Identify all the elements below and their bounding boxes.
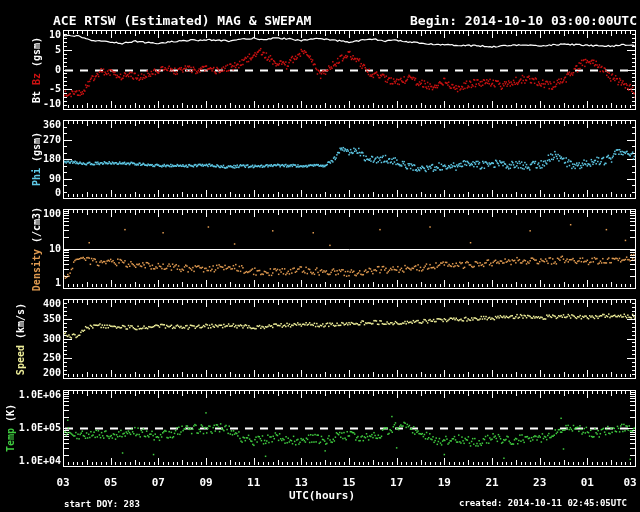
x-tick-label: 13 bbox=[295, 476, 308, 489]
y-tick-label: 400 bbox=[43, 298, 61, 309]
y-tick-label: 300 bbox=[43, 333, 61, 344]
x-tick-label: 07 bbox=[152, 476, 165, 489]
ylabel-part: Speed bbox=[15, 345, 26, 375]
ylabel-mag: Bt Bz (gsm) bbox=[31, 36, 42, 102]
plot-canvas bbox=[0, 0, 640, 512]
ylabel-part: (gsm) bbox=[31, 132, 42, 168]
ylabel-part: Bt bbox=[31, 85, 42, 103]
x-tick-label: 05 bbox=[104, 476, 117, 489]
y-tick-label: 180 bbox=[43, 153, 61, 164]
footer-start-doy: start DOY: 283 bbox=[64, 499, 140, 509]
ylabel-part: (gsm) bbox=[31, 36, 42, 72]
x-tick-label: 23 bbox=[533, 476, 546, 489]
ylabel-part: Phi bbox=[31, 168, 42, 186]
footer-created: created: 2014-10-11 02:45:05UTC bbox=[459, 498, 627, 508]
y-tick-label: 0 bbox=[55, 187, 61, 198]
chart-title: ACE RTSW (Estimated) MAG & SWEPAM bbox=[53, 13, 311, 28]
ylabel-part: Bz bbox=[31, 73, 42, 85]
y-tick-label: 360 bbox=[43, 119, 61, 130]
y-tick-label: 10 bbox=[49, 243, 61, 254]
ylabel-part: Temp bbox=[5, 428, 16, 452]
ylabel-part: (/cm3) bbox=[31, 206, 42, 248]
y-tick-label: -10 bbox=[43, 98, 61, 109]
begin-timestamp: Begin: 2014-10-10 03:00:00UTC bbox=[410, 13, 637, 28]
ylabel-temp: Temp (K) bbox=[5, 404, 16, 452]
y-tick-label: 0 bbox=[55, 64, 61, 75]
x-tick-label: 01 bbox=[581, 476, 594, 489]
y-tick-label: 270 bbox=[43, 134, 61, 145]
ylabel-part: (K) bbox=[5, 404, 16, 428]
y-tick-label: 10 bbox=[49, 29, 61, 40]
ylabel-phi: Phi (gsm) bbox=[31, 132, 42, 186]
y-tick-label: 90 bbox=[49, 173, 61, 184]
ylabel-part: Density bbox=[31, 249, 42, 291]
y-tick-label: 350 bbox=[43, 313, 61, 324]
x-tick-label: 03 bbox=[56, 476, 69, 489]
x-tick-label: 09 bbox=[199, 476, 212, 489]
y-tick-label: 100 bbox=[43, 208, 61, 219]
ylabel-part: (km/s) bbox=[15, 302, 26, 344]
y-tick-label: 200 bbox=[43, 367, 61, 378]
y-tick-label: 250 bbox=[43, 352, 61, 363]
x-tick-label: 03 bbox=[623, 476, 636, 489]
y-tick-label: 1.0E+05 bbox=[19, 422, 61, 433]
ace-rtsw-chart: ACE RTSW (Estimated) MAG & SWEPAM Begin:… bbox=[0, 0, 640, 512]
y-tick-label: 5 bbox=[55, 44, 61, 55]
x-tick-label: 19 bbox=[438, 476, 451, 489]
y-tick-label: 1.0E+04 bbox=[19, 455, 61, 466]
x-tick-label: 17 bbox=[390, 476, 403, 489]
y-tick-label: 1 bbox=[55, 277, 61, 288]
y-tick-label: 1.0E+06 bbox=[19, 389, 61, 400]
x-axis-title: UTC(hours) bbox=[289, 489, 355, 502]
ylabel-speed: Speed (km/s) bbox=[15, 302, 26, 374]
ylabel-density: Density (/cm3) bbox=[31, 206, 42, 290]
x-tick-label: 11 bbox=[247, 476, 260, 489]
y-tick-label: -5 bbox=[49, 83, 61, 94]
x-tick-label: 21 bbox=[485, 476, 498, 489]
x-tick-label: 15 bbox=[342, 476, 355, 489]
